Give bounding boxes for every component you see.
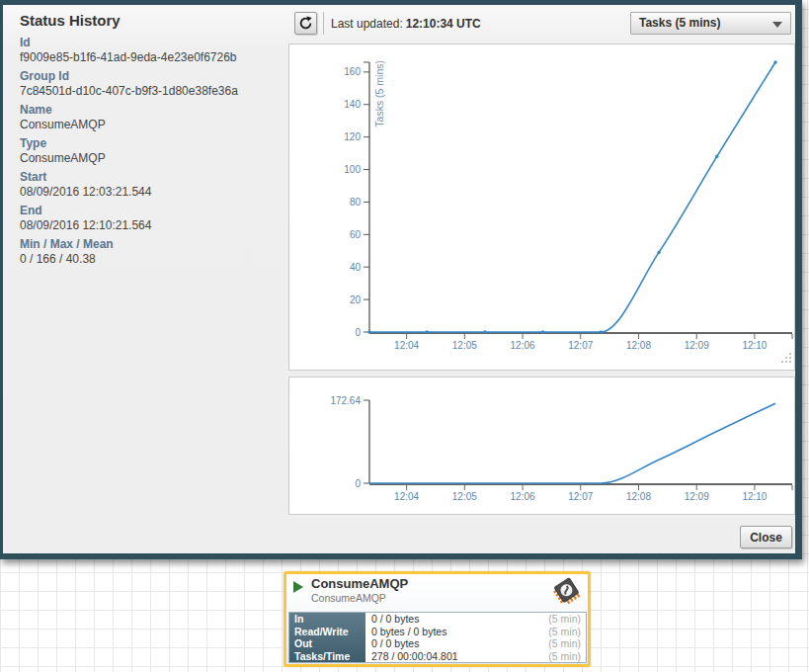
field-label: Start [20,170,284,185]
stat-window: (5 min) [548,637,586,650]
svg-text:172.64: 172.64 [330,395,361,406]
stat-window: (5 min) [548,626,586,638]
field-value: ConsumeAMQP [20,118,284,132]
svg-text:12:06: 12:06 [511,340,535,351]
svg-text:12:04: 12:04 [394,491,419,502]
svg-text:Tasks (5 mins): Tasks (5 mins) [373,60,385,127]
processor-chip-icon [551,575,583,611]
stat-value: 0 / 0 bytes [365,637,548,650]
refresh-icon [298,16,313,31]
svg-text:12:09: 12:09 [685,340,709,351]
status-detail-panel: Idf9009e85-b1f6-41ad-9eda-4e23e0f6726bGr… [20,36,284,271]
stat-label: Read/Write [289,626,365,638]
svg-text:12:10: 12:10 [742,491,767,502]
processor-stats-table: In0 / 0 bytes(5 min)Read/Write0 bytes / … [288,612,587,663]
stat-label: Out [289,637,365,650]
stat-row: Out0 / 0 bytes(5 min) [289,637,586,650]
field-value: ConsumeAMQP [20,151,284,166]
stat-label: Tasks/Time [289,650,365,663]
svg-text:60: 60 [350,229,362,240]
field-value: 0 / 166 / 40.38 [20,252,284,267]
field-label: Min / Max / Mean [20,237,284,252]
stat-row: In0 / 0 bytes(5 min) [289,613,586,626]
svg-text:0: 0 [355,478,361,489]
svg-text:40: 40 [350,262,362,273]
field-label: Type [20,136,284,151]
field-label: Name [20,103,284,118]
field-value: 7c84501d-d10c-407c-b9f3-1d80e38fe36a [20,84,284,99]
processor-title: ConsumeAMQP [311,576,408,591]
field-value: f9009e85-b1f6-41ad-9eda-4e23e0f6726b [20,50,284,65]
chevron-down-icon [772,22,782,28]
main-chart: 02040608010012014016012:0412:0512:0612:0… [288,43,795,371]
svg-text:12:05: 12:05 [452,340,477,351]
run-status-icon [293,581,303,593]
svg-text:12:09: 12:09 [685,491,709,502]
stat-value: 0 / 0 bytes [365,613,548,626]
stat-row: Read/Write0 bytes / 0 bytes(5 min) [289,626,586,638]
field-label: Id [20,36,284,50]
metric-dropdown-value: Tasks (5 mins) [639,16,720,30]
processor-type: ConsumeAMQP [311,592,386,604]
resize-grip-icon[interactable] [780,350,792,368]
metric-dropdown[interactable]: Tasks (5 mins) [630,12,791,35]
stat-value: 278 / 00:00:04.801 [365,650,548,663]
refresh-button[interactable] [294,12,317,35]
svg-text:160: 160 [344,66,361,77]
field-value: 08/09/2016 12:10:21.564 [20,218,284,233]
field-label: Group Id [20,69,284,84]
svg-text:12:10: 12:10 [742,340,767,351]
status-history-dialog: Status History Last updated:12:10:34 UTC… [0,0,802,559]
svg-text:12:08: 12:08 [626,491,651,502]
svg-text:12:07: 12:07 [568,491,593,502]
svg-text:140: 140 [344,99,361,110]
close-button[interactable]: Close [740,526,792,548]
svg-text:80: 80 [350,197,362,208]
stat-window: (5 min) [548,650,586,663]
svg-text:12:04: 12:04 [394,340,419,351]
last-updated-time: 12:10:34 UTC [403,17,481,31]
svg-text:100: 100 [344,164,361,175]
stat-row: Tasks/Time278 / 00:00:04.801(5 min) [289,650,586,663]
field-label: End [20,204,284,218]
field-value: 08/09/2016 12:03:21.544 [20,185,284,200]
stat-label: In [289,613,365,626]
stat-value: 0 bytes / 0 bytes [365,626,548,638]
svg-text:12:05: 12:05 [452,491,477,502]
svg-text:12:07: 12:07 [568,340,593,351]
overview-brush-chart[interactable]: 0172.6412:0412:0512:0612:0712:0812:0912:… [288,377,795,515]
header-separator [323,12,324,35]
svg-text:120: 120 [344,131,361,142]
processor-node-consumeamqp[interactable]: ConsumeAMQP ConsumeAMQP [283,571,591,667]
svg-text:0: 0 [355,327,361,338]
svg-text:20: 20 [350,294,362,305]
svg-text:12:06: 12:06 [511,491,535,502]
dialog-title: Status History [20,12,121,29]
stat-window: (5 min) [548,613,586,626]
svg-text:12:08: 12:08 [626,340,651,351]
last-updated-text: Last updated:12:10:34 UTC [331,17,481,31]
